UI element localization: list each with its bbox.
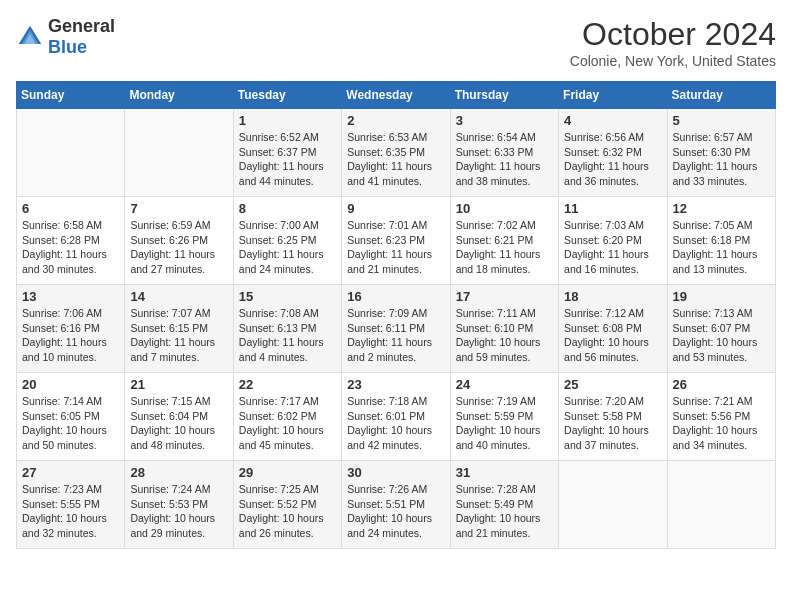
day-number: 4 (564, 113, 661, 128)
column-header-wednesday: Wednesday (342, 82, 450, 109)
week-row-4: 20Sunrise: 7:14 AMSunset: 6:05 PMDayligh… (17, 373, 776, 461)
day-number: 12 (673, 201, 770, 216)
day-number: 14 (130, 289, 227, 304)
day-info: Sunrise: 7:12 AMSunset: 6:08 PMDaylight:… (564, 306, 661, 365)
day-info: Sunrise: 7:01 AMSunset: 6:23 PMDaylight:… (347, 218, 444, 277)
day-number: 17 (456, 289, 553, 304)
calendar-cell: 29Sunrise: 7:25 AMSunset: 5:52 PMDayligh… (233, 461, 341, 549)
calendar-cell: 7Sunrise: 6:59 AMSunset: 6:26 PMDaylight… (125, 197, 233, 285)
calendar-cell (125, 109, 233, 197)
day-info: Sunrise: 6:59 AMSunset: 6:26 PMDaylight:… (130, 218, 227, 277)
week-row-1: 1Sunrise: 6:52 AMSunset: 6:37 PMDaylight… (17, 109, 776, 197)
day-info: Sunrise: 7:05 AMSunset: 6:18 PMDaylight:… (673, 218, 770, 277)
day-info: Sunrise: 6:57 AMSunset: 6:30 PMDaylight:… (673, 130, 770, 189)
calendar-cell (667, 461, 775, 549)
calendar-cell: 13Sunrise: 7:06 AMSunset: 6:16 PMDayligh… (17, 285, 125, 373)
day-number: 3 (456, 113, 553, 128)
calendar-cell: 12Sunrise: 7:05 AMSunset: 6:18 PMDayligh… (667, 197, 775, 285)
calendar-cell: 22Sunrise: 7:17 AMSunset: 6:02 PMDayligh… (233, 373, 341, 461)
calendar-cell: 1Sunrise: 6:52 AMSunset: 6:37 PMDaylight… (233, 109, 341, 197)
column-header-sunday: Sunday (17, 82, 125, 109)
logo-blue-text: Blue (48, 37, 87, 57)
calendar-cell: 17Sunrise: 7:11 AMSunset: 6:10 PMDayligh… (450, 285, 558, 373)
calendar-cell: 5Sunrise: 6:57 AMSunset: 6:30 PMDaylight… (667, 109, 775, 197)
calendar-cell: 27Sunrise: 7:23 AMSunset: 5:55 PMDayligh… (17, 461, 125, 549)
day-info: Sunrise: 7:11 AMSunset: 6:10 PMDaylight:… (456, 306, 553, 365)
day-number: 23 (347, 377, 444, 392)
calendar-cell: 9Sunrise: 7:01 AMSunset: 6:23 PMDaylight… (342, 197, 450, 285)
calendar-cell: 2Sunrise: 6:53 AMSunset: 6:35 PMDaylight… (342, 109, 450, 197)
day-number: 19 (673, 289, 770, 304)
day-number: 13 (22, 289, 119, 304)
day-number: 20 (22, 377, 119, 392)
week-row-3: 13Sunrise: 7:06 AMSunset: 6:16 PMDayligh… (17, 285, 776, 373)
day-info: Sunrise: 7:20 AMSunset: 5:58 PMDaylight:… (564, 394, 661, 453)
day-info: Sunrise: 7:03 AMSunset: 6:20 PMDaylight:… (564, 218, 661, 277)
day-info: Sunrise: 7:21 AMSunset: 5:56 PMDaylight:… (673, 394, 770, 453)
day-number: 24 (456, 377, 553, 392)
calendar-cell: 28Sunrise: 7:24 AMSunset: 5:53 PMDayligh… (125, 461, 233, 549)
calendar-cell: 21Sunrise: 7:15 AMSunset: 6:04 PMDayligh… (125, 373, 233, 461)
day-number: 11 (564, 201, 661, 216)
calendar-cell: 30Sunrise: 7:26 AMSunset: 5:51 PMDayligh… (342, 461, 450, 549)
calendar-cell: 15Sunrise: 7:08 AMSunset: 6:13 PMDayligh… (233, 285, 341, 373)
day-info: Sunrise: 7:23 AMSunset: 5:55 PMDaylight:… (22, 482, 119, 541)
week-row-2: 6Sunrise: 6:58 AMSunset: 6:28 PMDaylight… (17, 197, 776, 285)
day-number: 7 (130, 201, 227, 216)
day-info: Sunrise: 7:14 AMSunset: 6:05 PMDaylight:… (22, 394, 119, 453)
day-info: Sunrise: 7:15 AMSunset: 6:04 PMDaylight:… (130, 394, 227, 453)
day-info: Sunrise: 6:58 AMSunset: 6:28 PMDaylight:… (22, 218, 119, 277)
day-info: Sunrise: 6:56 AMSunset: 6:32 PMDaylight:… (564, 130, 661, 189)
location-title: Colonie, New York, United States (570, 53, 776, 69)
calendar-cell: 26Sunrise: 7:21 AMSunset: 5:56 PMDayligh… (667, 373, 775, 461)
calendar-cell: 20Sunrise: 7:14 AMSunset: 6:05 PMDayligh… (17, 373, 125, 461)
day-number: 1 (239, 113, 336, 128)
column-header-thursday: Thursday (450, 82, 558, 109)
week-row-5: 27Sunrise: 7:23 AMSunset: 5:55 PMDayligh… (17, 461, 776, 549)
day-number: 21 (130, 377, 227, 392)
day-number: 28 (130, 465, 227, 480)
day-number: 2 (347, 113, 444, 128)
logo-general-text: General (48, 16, 115, 36)
calendar-cell: 14Sunrise: 7:07 AMSunset: 6:15 PMDayligh… (125, 285, 233, 373)
calendar-cell: 6Sunrise: 6:58 AMSunset: 6:28 PMDaylight… (17, 197, 125, 285)
day-number: 27 (22, 465, 119, 480)
day-info: Sunrise: 7:06 AMSunset: 6:16 PMDaylight:… (22, 306, 119, 365)
day-info: Sunrise: 7:13 AMSunset: 6:07 PMDaylight:… (673, 306, 770, 365)
day-info: Sunrise: 7:24 AMSunset: 5:53 PMDaylight:… (130, 482, 227, 541)
day-info: Sunrise: 7:25 AMSunset: 5:52 PMDaylight:… (239, 482, 336, 541)
day-info: Sunrise: 7:18 AMSunset: 6:01 PMDaylight:… (347, 394, 444, 453)
day-info: Sunrise: 6:53 AMSunset: 6:35 PMDaylight:… (347, 130, 444, 189)
day-info: Sunrise: 7:28 AMSunset: 5:49 PMDaylight:… (456, 482, 553, 541)
calendar-cell: 10Sunrise: 7:02 AMSunset: 6:21 PMDayligh… (450, 197, 558, 285)
day-number: 18 (564, 289, 661, 304)
calendar-table: SundayMondayTuesdayWednesdayThursdayFrid… (16, 81, 776, 549)
calendar-cell: 16Sunrise: 7:09 AMSunset: 6:11 PMDayligh… (342, 285, 450, 373)
day-info: Sunrise: 7:19 AMSunset: 5:59 PMDaylight:… (456, 394, 553, 453)
title-block: October 2024 Colonie, New York, United S… (570, 16, 776, 69)
day-info: Sunrise: 6:54 AMSunset: 6:33 PMDaylight:… (456, 130, 553, 189)
calendar-cell: 18Sunrise: 7:12 AMSunset: 6:08 PMDayligh… (559, 285, 667, 373)
day-info: Sunrise: 7:17 AMSunset: 6:02 PMDaylight:… (239, 394, 336, 453)
day-number: 29 (239, 465, 336, 480)
month-title: October 2024 (570, 16, 776, 53)
day-number: 16 (347, 289, 444, 304)
day-number: 25 (564, 377, 661, 392)
calendar-cell: 25Sunrise: 7:20 AMSunset: 5:58 PMDayligh… (559, 373, 667, 461)
day-info: Sunrise: 7:00 AMSunset: 6:25 PMDaylight:… (239, 218, 336, 277)
logo: General Blue (16, 16, 115, 58)
column-header-monday: Monday (125, 82, 233, 109)
day-info: Sunrise: 7:26 AMSunset: 5:51 PMDaylight:… (347, 482, 444, 541)
calendar-cell (17, 109, 125, 197)
day-number: 8 (239, 201, 336, 216)
calendar-header-row: SundayMondayTuesdayWednesdayThursdayFrid… (17, 82, 776, 109)
day-number: 9 (347, 201, 444, 216)
day-number: 31 (456, 465, 553, 480)
calendar-cell: 31Sunrise: 7:28 AMSunset: 5:49 PMDayligh… (450, 461, 558, 549)
day-info: Sunrise: 6:52 AMSunset: 6:37 PMDaylight:… (239, 130, 336, 189)
day-info: Sunrise: 7:08 AMSunset: 6:13 PMDaylight:… (239, 306, 336, 365)
calendar-cell: 4Sunrise: 6:56 AMSunset: 6:32 PMDaylight… (559, 109, 667, 197)
day-number: 30 (347, 465, 444, 480)
day-number: 15 (239, 289, 336, 304)
day-number: 5 (673, 113, 770, 128)
